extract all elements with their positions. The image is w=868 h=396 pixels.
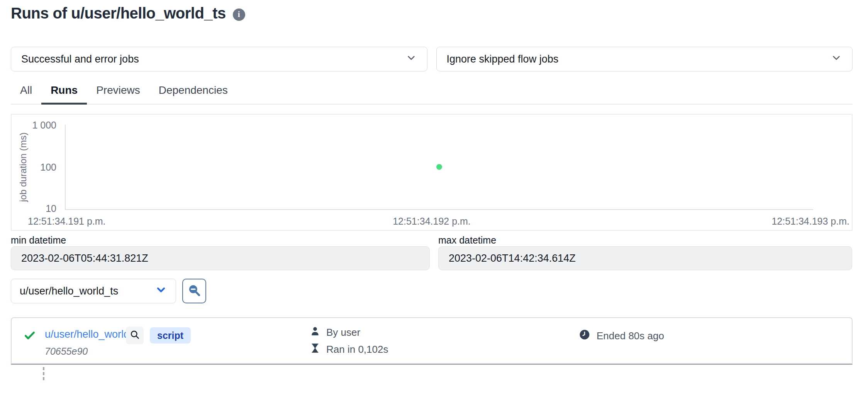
hourglass-icon [310, 343, 320, 356]
check-icon [23, 329, 36, 344]
runs-list: u/user/hello_world_ts script 70655e90 By… [11, 317, 853, 365]
run-id: 70655e90 [45, 346, 88, 357]
job-status-select-value: Successful and error jobs [21, 53, 139, 65]
run-ended: Ended 80s ago [579, 329, 664, 343]
chevron-down-icon [405, 52, 417, 66]
chart-data-point[interactable] [436, 164, 442, 170]
run-triggered-by: By user [310, 326, 388, 339]
info-icon[interactable]: i [233, 8, 245, 21]
skipped-flow-select[interactable]: Ignore skipped flow jobs [436, 47, 853, 71]
search-icon [129, 329, 140, 342]
person-icon [310, 326, 320, 339]
page-header: Runs of u/user/hello_world_ts i [11, 5, 245, 22]
script-path-select[interactable]: u/user/hello_world_ts [11, 279, 176, 303]
run-details-button[interactable] [126, 327, 144, 344]
chart-x-tick: 12:51:34.191 p.m. [28, 216, 106, 227]
search-minus-icon [187, 283, 202, 299]
run-duration: Ran in 0,102s [310, 343, 388, 356]
job-status-select[interactable]: Successful and error jobs [11, 47, 427, 71]
chevron-down-icon [155, 284, 167, 299]
run-kind-badge: script [150, 327, 191, 344]
run-triggered-by-text: By user [326, 327, 360, 338]
script-path-select-value: u/user/hello_world_ts [20, 285, 118, 297]
run-row[interactable]: u/user/hello_world_ts script 70655e90 By… [12, 318, 852, 364]
tab-all[interactable]: All [11, 79, 41, 105]
tab-runs[interactable]: Runs [41, 79, 87, 105]
chart-y-tick: 100 [12, 162, 56, 173]
runs-page: Runs of u/user/hello_world_ts i Successf… [0, 0, 868, 396]
min-datetime-label: min datetime [11, 235, 66, 246]
chart-x-tick: 12:51:34.193 p.m. [771, 216, 849, 227]
chart-y-tick: 10 [12, 203, 56, 214]
timeline-dash-marker [43, 367, 44, 380]
chart-y-tick: 1 000 [12, 120, 56, 131]
filters-row: Successful and error jobs Ignore skipped… [11, 47, 853, 71]
chart-x-tick: 12:51:34.192 p.m. [374, 216, 490, 227]
tab-previews[interactable]: Previews [87, 79, 149, 105]
max-datetime-input[interactable] [438, 246, 852, 270]
run-ended-text: Ended 80s ago [597, 330, 664, 342]
max-datetime-label: max datetime [438, 235, 496, 246]
page-title: Runs of u/user/hello_world_ts [11, 5, 226, 22]
run-meta: By user Ran in 0,102s [310, 326, 388, 356]
job-duration-chart[interactable]: job duration (ms) 1 000 100 10 12:51:34.… [11, 114, 853, 231]
search-runs-button[interactable] [182, 279, 206, 303]
min-datetime-input[interactable] [11, 246, 430, 270]
clock-icon [579, 329, 590, 343]
chart-x-axis-line [65, 209, 813, 210]
skipped-flow-select-value: Ignore skipped flow jobs [447, 53, 559, 65]
tab-dependencies[interactable]: Dependencies [149, 79, 237, 105]
script-selector-row: u/user/hello_world_ts [11, 279, 206, 303]
runs-tabs: All Runs Previews Dependencies [11, 79, 853, 105]
chevron-down-icon [831, 52, 842, 66]
run-duration-text: Ran in 0,102s [326, 344, 388, 355]
chart-y-axis-line [65, 125, 66, 209]
